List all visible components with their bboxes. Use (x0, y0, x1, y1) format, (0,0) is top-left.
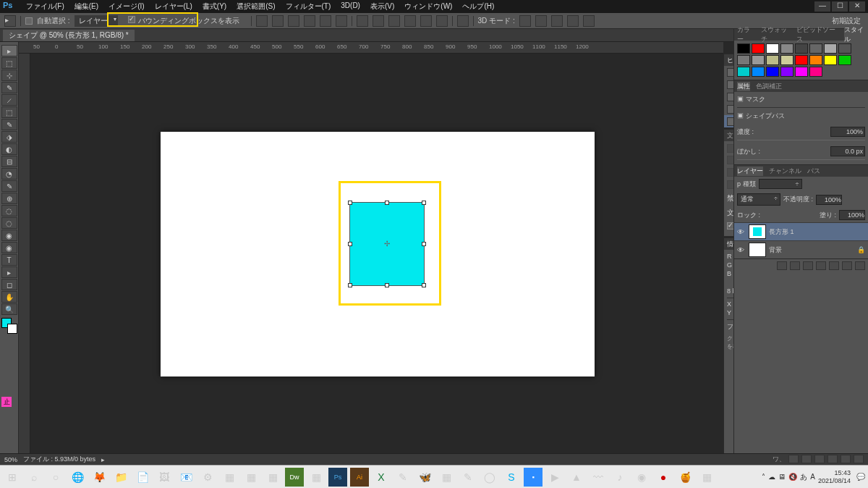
tool-button[interactable]: ✎ (1, 82, 17, 93)
minimize-button[interactable]: — (814, 1, 830, 12)
layer-name[interactable]: 長方形 1 (769, 227, 794, 237)
auto-select-checkbox[interactable] (25, 17, 33, 25)
skype-icon[interactable]: S (502, 468, 521, 487)
tool-button[interactable]: ⟋ (1, 94, 17, 106)
tool-button[interactable]: ◻ (1, 279, 17, 290)
tool-button[interactable]: ▸ (1, 266, 17, 278)
color-swatch[interactable] (766, 55, 779, 65)
new-layer-icon[interactable] (842, 261, 852, 270)
tool-button[interactable]: ◌ (1, 217, 17, 229)
align-icon[interactable] (336, 15, 347, 27)
color-swatch[interactable] (809, 55, 822, 65)
color-swatch[interactable] (838, 55, 851, 65)
menu-item[interactable]: 編集(E) (70, 1, 103, 12)
distribute-icon[interactable] (404, 15, 416, 27)
excel-icon[interactable]: X (372, 468, 391, 487)
workspace-label[interactable]: 初期設定 (832, 16, 864, 26)
explorer-icon[interactable]: 📁 (111, 468, 130, 487)
notifications-icon[interactable]: 💬 (856, 473, 865, 481)
fx-icon[interactable] (790, 261, 800, 270)
app-icon[interactable]: 🦋 (415, 468, 434, 487)
arrange-icon[interactable] (457, 15, 469, 27)
menu-item[interactable]: レイヤー(L) (150, 1, 197, 12)
distribute-icon[interactable] (420, 15, 432, 27)
panel-tab[interactable]: パス (807, 167, 820, 176)
filter-icon[interactable] (840, 180, 848, 188)
trash-icon[interactable] (855, 261, 865, 270)
app-icon[interactable]: ▦ (220, 468, 239, 487)
color-swatch[interactable] (780, 67, 793, 77)
outlook-icon[interactable]: 📧 (176, 468, 195, 487)
vlc-icon[interactable]: ▲ (567, 468, 586, 487)
zoom-level[interactable]: 50% (4, 456, 17, 463)
visibility-icon[interactable]: 👁 (737, 228, 746, 236)
tool-button[interactable]: ⬗ (1, 131, 17, 143)
color-swatch[interactable] (795, 67, 808, 77)
filter-icon[interactable] (805, 180, 814, 188)
link-icon[interactable] (777, 261, 787, 270)
search-icon[interactable]: ⌕ (25, 468, 43, 487)
color-swatch[interactable] (752, 67, 765, 77)
firefox-icon[interactable]: 🦊 (90, 468, 109, 487)
lock-icon[interactable] (763, 211, 772, 219)
tool-button[interactable]: ⊹ (1, 70, 17, 81)
panel-tab[interactable]: スタイル (844, 25, 868, 44)
tray-ime-icon[interactable]: あ (800, 472, 807, 482)
tool-button[interactable]: T (1, 254, 17, 266)
panel-tab[interactable]: スウォッチ (761, 25, 791, 44)
menu-item[interactable]: ファイル(F) (22, 1, 69, 12)
panel-tab[interactable]: 属性 (737, 82, 750, 91)
resize-handle-e[interactable] (422, 242, 426, 246)
tool-button[interactable]: ⊟ (1, 156, 17, 167)
align-icon[interactable] (320, 15, 331, 27)
tool-button[interactable]: 🔍 (1, 303, 17, 315)
status-icon[interactable] (814, 455, 825, 463)
tool-button[interactable]: ⊕ (1, 193, 17, 204)
menu-item[interactable]: フィルター(T) (281, 1, 336, 12)
record-icon[interactable]: ● (654, 468, 673, 487)
color-swatch[interactable] (780, 43, 793, 54)
resize-handle-w[interactable] (348, 242, 352, 246)
menu-item[interactable]: ヘルプ(H) (458, 1, 498, 12)
status-icon[interactable] (841, 455, 851, 463)
tray-ime-icon[interactable]: A (810, 473, 815, 481)
background-swatch[interactable] (7, 324, 17, 334)
status-icon[interactable] (854, 455, 864, 463)
menu-item[interactable]: 3D(D) (336, 1, 365, 12)
status-icon[interactable] (827, 455, 838, 463)
fill-input[interactable] (839, 210, 865, 220)
color-swatch[interactable] (752, 55, 765, 65)
color-swatch[interactable] (766, 43, 779, 54)
menu-item[interactable]: 選択範囲(S) (232, 1, 279, 12)
menu-item[interactable]: 表示(V) (366, 1, 399, 12)
app-icon[interactable]: ✎ (459, 468, 477, 487)
panel-tab[interactable]: ビビッドソース (796, 25, 838, 44)
document-tab[interactable]: シェイプ @ 50% (長方形 1, RGB/8) * (3, 30, 135, 41)
blend-mode-dropdown[interactable]: 通常 (737, 193, 780, 206)
settings-icon[interactable]: ⚙ (198, 468, 217, 487)
filter-icon[interactable] (817, 180, 825, 188)
resize-handle-n[interactable] (385, 201, 389, 205)
lock-icon[interactable] (775, 211, 783, 219)
layer-thumbnail[interactable] (749, 224, 766, 239)
status-icon[interactable] (788, 455, 799, 463)
adjustment-icon[interactable] (816, 261, 826, 270)
shape-path-icon[interactable] (856, 111, 865, 119)
distribute-icon[interactable] (357, 15, 368, 27)
align-icon[interactable] (272, 15, 284, 27)
start-button[interactable]: ⊞ (3, 468, 22, 487)
distribute-icon[interactable] (436, 15, 448, 27)
app-icon[interactable]: ▦ (697, 468, 716, 487)
lock-icon[interactable] (798, 211, 807, 219)
app-icon[interactable]: ◉ (632, 468, 651, 487)
color-swatch[interactable] (737, 43, 750, 54)
panel-tab[interactable]: レイヤー (737, 167, 763, 176)
app-icon[interactable]: ♪ (610, 468, 629, 487)
app-icon[interactable]: ▦ (437, 468, 456, 487)
close-button[interactable]: ✕ (849, 1, 865, 12)
resize-handle-sw[interactable] (348, 283, 352, 287)
tool-button[interactable]: ◉ (1, 242, 17, 253)
app-icon[interactable]: ✎ (393, 468, 412, 487)
tool-button[interactable]: ✎ (1, 119, 17, 130)
tool-button[interactable]: ⬚ (1, 106, 17, 118)
